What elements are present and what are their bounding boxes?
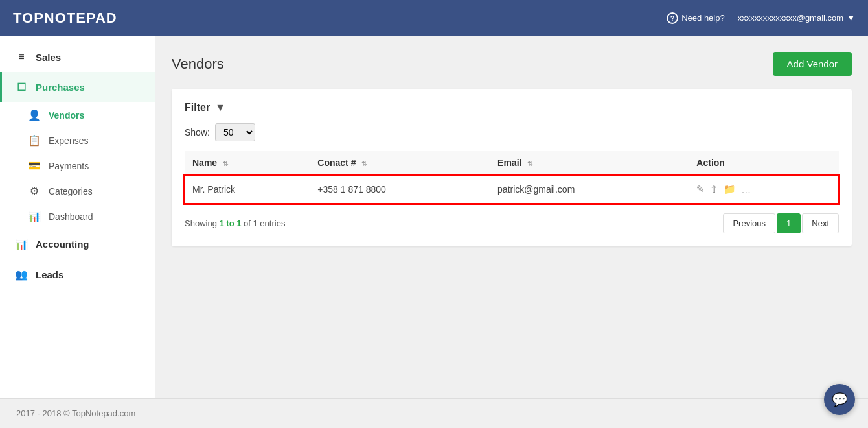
content-area: Vendors Add Vendor Filter ▼ Show: 50 10 …: [155, 36, 868, 398]
folder-icon[interactable]: 📁: [724, 184, 736, 195]
col-action: Action: [689, 151, 839, 175]
sidebar-item-accounting[interactable]: 📊 Accounting: [0, 229, 155, 259]
leads-icon: 👥: [15, 268, 28, 281]
header-right: ? Need help? xxxxxxxxxxxxxx@gmail.com ▼: [667, 12, 855, 24]
next-button[interactable]: Next: [802, 213, 839, 233]
page-header: Vendors Add Vendor: [172, 52, 852, 76]
need-help-button[interactable]: ? Need help?: [667, 12, 725, 24]
showing-text: Showing 1 to 1 of 1 entries: [185, 219, 285, 228]
show-select[interactable]: 50 10 25 100: [215, 123, 255, 141]
col-email: Email ⇅: [490, 151, 689, 175]
chevron-down-icon: ▼: [847, 13, 855, 23]
main-layout: ≡ Sales ☐ Purchases 👤 Vendors 📋 Expenses…: [0, 36, 868, 398]
add-vendor-button[interactable]: Add Vendor: [773, 52, 852, 76]
user-menu[interactable]: xxxxxxxxxxxxxx@gmail.com ▼: [738, 13, 855, 23]
sort-icon-contact: ⇅: [361, 160, 367, 167]
footer: 2017 - 2018 © TopNotepad.com: [0, 398, 868, 428]
action-icons: ✎ ⇧ 📁 …: [696, 184, 831, 195]
table-wrapper: Name ⇅ Conact # ⇅ Email ⇅: [185, 151, 839, 204]
chat-button[interactable]: 💬: [824, 384, 855, 415]
sort-icon-email: ⇅: [527, 160, 532, 167]
vendor-actions: ✎ ⇧ 📁 …: [689, 175, 839, 204]
table-row: Mr. Patrick +358 1 871 8800 patrick@gmai…: [185, 175, 839, 204]
vendors-icon: 👤: [28, 109, 41, 121]
dashboard-icon: 📊: [28, 210, 41, 222]
col-name: Name ⇅: [185, 151, 310, 175]
payments-icon: 💳: [28, 160, 41, 172]
filter-header: Filter ▼: [185, 102, 839, 113]
sidebar: ≡ Sales ☐ Purchases 👤 Vendors 📋 Expenses…: [0, 36, 155, 398]
table-header: Name ⇅ Conact # ⇅ Email ⇅: [185, 151, 839, 175]
page-1-button[interactable]: 1: [777, 213, 801, 233]
vendors-card: Filter ▼ Show: 50 10 25 100 Name: [172, 89, 852, 246]
sidebar-item-expenses[interactable]: 📋 Expenses: [0, 128, 155, 153]
sidebar-item-leads[interactable]: 👥 Leads: [0, 259, 155, 290]
sales-icon: ≡: [15, 51, 28, 63]
sidebar-item-dashboard[interactable]: 📊 Dashboard: [0, 204, 155, 229]
filter-icon: ▼: [215, 102, 225, 113]
sidebar-item-purchases[interactable]: ☐ Purchases: [0, 72, 155, 102]
categories-icon: ⚙: [28, 185, 41, 197]
help-icon: ?: [667, 12, 678, 24]
vendors-table: Name ⇅ Conact # ⇅ Email ⇅: [185, 151, 839, 204]
app-logo: TopNotepad: [13, 10, 117, 27]
pagination: Previous 1 Next: [723, 213, 839, 233]
sidebar-item-categories[interactable]: ⚙ Categories: [0, 178, 155, 204]
sidebar-item-vendors[interactable]: 👤 Vendors: [0, 102, 155, 128]
more-icon[interactable]: …: [741, 184, 751, 195]
vendor-name: Mr. Patrick: [185, 175, 310, 204]
header: TopNotepad ? Need help? xxxxxxxxxxxxxx@g…: [0, 0, 868, 36]
chat-icon: 💬: [832, 392, 848, 407]
previous-button[interactable]: Previous: [723, 213, 775, 233]
edit-icon[interactable]: ✎: [696, 184, 705, 195]
pagination-row: Showing 1 to 1 of 1 entries Previous 1 N…: [185, 213, 839, 233]
sidebar-item-sales[interactable]: ≡ Sales: [0, 42, 155, 72]
sort-icon-name: ⇅: [223, 160, 228, 167]
sidebar-item-payments[interactable]: 💳 Payments: [0, 153, 155, 178]
vendor-email: patrick@gmail.com: [490, 175, 689, 204]
vendor-contact: +358 1 871 8800: [310, 175, 490, 204]
expenses-icon: 📋: [28, 134, 41, 147]
show-control: Show: 50 10 25 100: [185, 123, 839, 141]
accounting-icon: 📊: [15, 238, 28, 250]
page-title: Vendors: [172, 56, 224, 73]
purchases-icon: ☐: [15, 81, 28, 93]
share-icon[interactable]: ⇧: [710, 184, 718, 195]
col-contact: Conact # ⇅: [310, 151, 490, 175]
